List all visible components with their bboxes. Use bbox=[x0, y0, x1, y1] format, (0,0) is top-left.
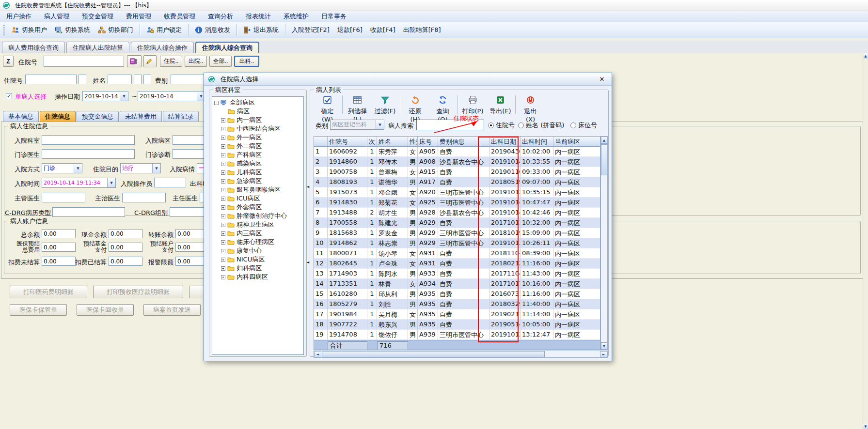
search-scope-button-2[interactable]: 全部.. bbox=[209, 56, 232, 67]
radio-option-0[interactable]: 住院号 bbox=[488, 121, 515, 130]
grid-column-header-0[interactable] bbox=[314, 137, 328, 146]
single-patient-checkbox[interactable]: ✓ bbox=[6, 93, 12, 99]
tree-expand-icon[interactable]: + bbox=[221, 266, 225, 271]
tree-item-16[interactable]: +康复中心 bbox=[221, 246, 303, 255]
grid-column-header-8[interactable]: 出科日期 bbox=[489, 137, 521, 146]
table-row[interactable]: 1417133511林青女A934自费2017101710:16:00内一病区 bbox=[314, 279, 600, 289]
chevron-down-icon[interactable]: ▼ bbox=[107, 178, 115, 187]
scroll-up-icon[interactable]: ▲ bbox=[863, 53, 868, 59]
print-prepaid-detail-button[interactable]: 打印预收医疗款明细账 bbox=[93, 286, 183, 298]
dialog-title-bar[interactable]: 住院病人选择 ✕ bbox=[204, 73, 612, 86]
op-date-from-combo[interactable]: 2019-10-14 ▼ bbox=[82, 91, 128, 101]
adm-dept-input[interactable] bbox=[42, 135, 135, 145]
table-row[interactable]: 1118000711汤小琴女A931自费2018110408:39:00内一病区 bbox=[314, 248, 600, 259]
tree-item-2[interactable]: +中西医结合病区 bbox=[221, 124, 303, 133]
cash-balance-input[interactable] bbox=[109, 229, 142, 238]
dialog-toolbar-button-5[interactable]: 打印(P) bbox=[459, 94, 487, 115]
tree-item-8[interactable]: +急诊病区 bbox=[221, 177, 303, 185]
tree-item-3[interactable]: +外一病区 bbox=[221, 133, 303, 142]
card-return-button[interactable]: 医保卡回收单 bbox=[77, 304, 134, 316]
scrollbar-thumb[interactable] bbox=[322, 351, 545, 357]
tree-item-17[interactable]: +NICU病区 bbox=[221, 255, 303, 264]
tree-expand-icon[interactable]: + bbox=[221, 197, 225, 201]
tree-item-13[interactable]: +精神卫生病区 bbox=[221, 220, 303, 229]
scroll-up-icon[interactable]: ▲ bbox=[601, 137, 607, 144]
table-row[interactable]: 619148301郑菊花女A925三明市医管中心2019101410:47:47… bbox=[314, 198, 600, 208]
radio-icon[interactable] bbox=[488, 123, 494, 128]
splitter-collapse-icon[interactable]: ◄ bbox=[306, 184, 309, 189]
tree-expand-icon[interactable]: + bbox=[221, 205, 225, 210]
chevron-down-icon[interactable]: ▼ bbox=[120, 92, 128, 101]
tree-item-19[interactable]: +内科四病区 bbox=[221, 273, 303, 281]
attending-doctor-input[interactable] bbox=[122, 193, 166, 202]
search-scope-button-0[interactable]: 住院.. bbox=[160, 56, 182, 67]
filter-hospno-input[interactable] bbox=[25, 75, 77, 84]
tree-item-11[interactable]: +外套病区 bbox=[221, 203, 303, 212]
toolbar-button-6[interactable]: 入院登记[F2] bbox=[288, 24, 333, 36]
dialog-toolbar-button-6[interactable]: 导出(E) bbox=[487, 94, 514, 115]
menu-item-6[interactable]: 报表统计 bbox=[239, 11, 277, 22]
grid-column-header-5[interactable]: 床号 bbox=[418, 137, 438, 146]
dialog-toolbar-button-4[interactable]: 查询(Q) bbox=[429, 94, 457, 115]
info-tab-2[interactable]: 预交金信息 bbox=[77, 111, 119, 122]
operator-input[interactable] bbox=[154, 178, 186, 187]
dialog-toolbar-button-7[interactable]: 退出(X) bbox=[517, 94, 544, 115]
tree-expand-icon[interactable]: + bbox=[221, 214, 225, 218]
grid-column-header-7[interactable] bbox=[479, 137, 489, 146]
table-row[interactable]: 719134882胡才生男A928沙县新农合中心2019101410:42:46… bbox=[314, 208, 600, 218]
menu-item-8[interactable]: 日常事务 bbox=[315, 11, 353, 22]
tree-expand-icon[interactable]: + bbox=[221, 258, 225, 262]
scroll-left-icon[interactable]: ◄ bbox=[314, 351, 321, 357]
info-tab-1[interactable]: 住院信息 bbox=[40, 111, 76, 122]
main-tab-2[interactable]: 住院病人综合操作 bbox=[131, 42, 194, 53]
patient-search-input[interactable] bbox=[416, 120, 484, 130]
table-row[interactable]: 817005581陈建光男A929自费2017101110:32:00内一病区 bbox=[314, 218, 600, 228]
clinic-doctor-input[interactable] bbox=[42, 149, 135, 159]
chevron-down-icon[interactable]: ▼ bbox=[152, 164, 160, 173]
filter-hospno-sub-input[interactable] bbox=[79, 75, 86, 84]
unsettled-input[interactable] bbox=[42, 257, 76, 266]
tree-item-10[interactable]: +ICU病区 bbox=[221, 194, 303, 203]
menu-item-0[interactable]: 用户操作 bbox=[0, 11, 38, 22]
tree-item-9[interactable]: +眼耳鼻咽喉病区 bbox=[221, 185, 303, 194]
chevron-down-icon[interactable]: ▼ bbox=[74, 164, 82, 173]
table-row[interactable]: 116060921宋秀萍女A905自费2019043010:02:00内一病区 bbox=[314, 147, 600, 157]
toolbar-button-1[interactable]: 切换系统 bbox=[51, 24, 94, 36]
dialog-toolbar-button-3[interactable]: 还原(H) bbox=[401, 94, 429, 115]
tree-item-1[interactable]: +内一病区 bbox=[221, 116, 303, 124]
tree-item-14[interactable]: +内三病区 bbox=[221, 229, 303, 238]
table-row[interactable]: 219148601邓传木男A908沙县新农合中心2019101410:33:55… bbox=[314, 157, 600, 167]
tree-collapse-icon[interactable]: - bbox=[214, 101, 219, 105]
purpose-combo[interactable]: 治疗 ▼ bbox=[120, 163, 161, 173]
table-row[interactable]: 319007581曾翠梅女A915自费2019011609:33:00内一病区 bbox=[314, 167, 600, 177]
search-scope-button-3[interactable]: 出科.. bbox=[234, 56, 259, 67]
toolbar-button-4[interactable]: 消息收发 bbox=[191, 24, 234, 36]
tree-expand-icon[interactable]: + bbox=[221, 162, 225, 166]
toolbar-button-7[interactable]: 退款[F6] bbox=[333, 24, 366, 36]
tree-item-5[interactable]: +产科病区 bbox=[221, 151, 303, 159]
card-keep-button[interactable]: 医保卡保管单 bbox=[10, 304, 67, 316]
grid-column-header-9[interactable]: 出科时间 bbox=[521, 137, 553, 146]
tree-item-12[interactable]: +肿瘤微创治疗中心 bbox=[221, 212, 303, 220]
info-tab-3[interactable]: 未结算费用 bbox=[120, 111, 162, 122]
tree-expand-icon[interactable]: + bbox=[221, 170, 225, 175]
tree-root-item[interactable]: -全部病区 bbox=[214, 98, 303, 107]
cdrg-type-input[interactable] bbox=[52, 207, 125, 217]
radio-icon[interactable] bbox=[570, 123, 576, 128]
hospital-no-search-input[interactable] bbox=[44, 56, 124, 67]
tree-item-7[interactable]: +儿科病区 bbox=[221, 168, 303, 177]
record-send-button[interactable]: 病案首页发送 bbox=[143, 304, 201, 316]
tree-item-15[interactable]: +临床心理病区 bbox=[221, 238, 303, 246]
main-tab-0[interactable]: 病人费用综合查询 bbox=[2, 42, 65, 53]
table-row[interactable]: 519150731邓金娥女A920三明市医管中心2019101210:35:15… bbox=[314, 187, 600, 198]
tree-expand-icon[interactable]: + bbox=[221, 144, 225, 149]
dialog-toolbar-button-0[interactable]: 确定(W) bbox=[314, 94, 341, 115]
prefund-input[interactable] bbox=[109, 243, 142, 252]
grid-vertical-scrollbar[interactable]: ▲ ▼ bbox=[600, 136, 608, 350]
tree-expand-icon[interactable]: + bbox=[221, 249, 225, 253]
toolbar-button-2[interactable]: 切换部门 bbox=[94, 24, 137, 36]
tree-expand-icon[interactable]: + bbox=[221, 136, 225, 140]
scroll-right-icon[interactable]: ► bbox=[600, 351, 607, 357]
menu-item-2[interactable]: 预交金管理 bbox=[76, 11, 120, 22]
tree-expand-icon[interactable]: + bbox=[221, 223, 225, 227]
